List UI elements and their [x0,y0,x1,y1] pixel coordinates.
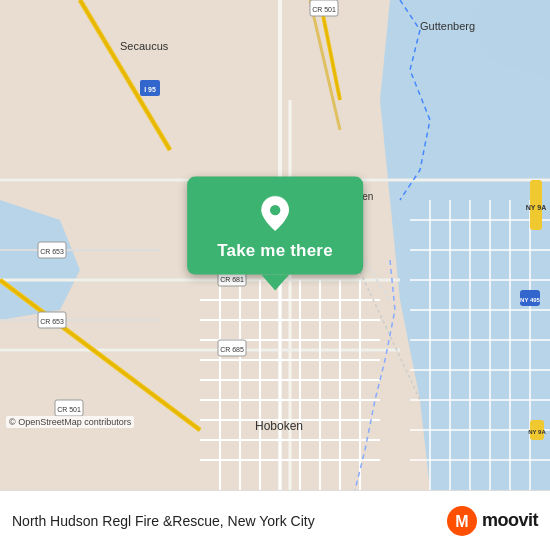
svg-text:NY 9A: NY 9A [528,429,546,435]
bottom-bar: North Hudson Regl Fire &Rescue, New York… [0,490,550,550]
svg-text:Hoboken: Hoboken [255,419,303,433]
moovit-logo-icon: M [446,505,478,537]
svg-text:CR 653: CR 653 [40,248,64,255]
moovit-logo: M moovit [446,505,538,537]
moovit-brand-text: moovit [482,510,538,531]
svg-text:NY 495: NY 495 [520,297,541,303]
map-copyright: © OpenStreetMap contributors [6,416,134,428]
svg-text:Secaucus: Secaucus [120,40,169,52]
svg-text:CR 685: CR 685 [220,346,244,353]
svg-text:CR 501: CR 501 [312,6,336,13]
location-pin-icon [256,195,294,233]
take-me-there-label: Take me there [217,241,333,261]
svg-text:Guttenberg: Guttenberg [420,20,475,32]
take-me-there-button[interactable]: Take me there [187,177,363,275]
popup-pointer [261,275,289,291]
location-popup: Take me there [187,177,363,291]
svg-text:CR 501: CR 501 [57,406,81,413]
map-view: NY 9A NY 495 NY 9A CR 653 CR 653 CR 501 … [0,0,550,490]
svg-text:NY 9A: NY 9A [526,204,547,211]
location-name-label: North Hudson Regl Fire &Rescue, New York… [12,513,446,529]
svg-point-77 [270,205,280,215]
svg-text:CR 653: CR 653 [40,318,64,325]
svg-text:I 95: I 95 [144,86,156,93]
svg-text:M: M [455,513,468,530]
